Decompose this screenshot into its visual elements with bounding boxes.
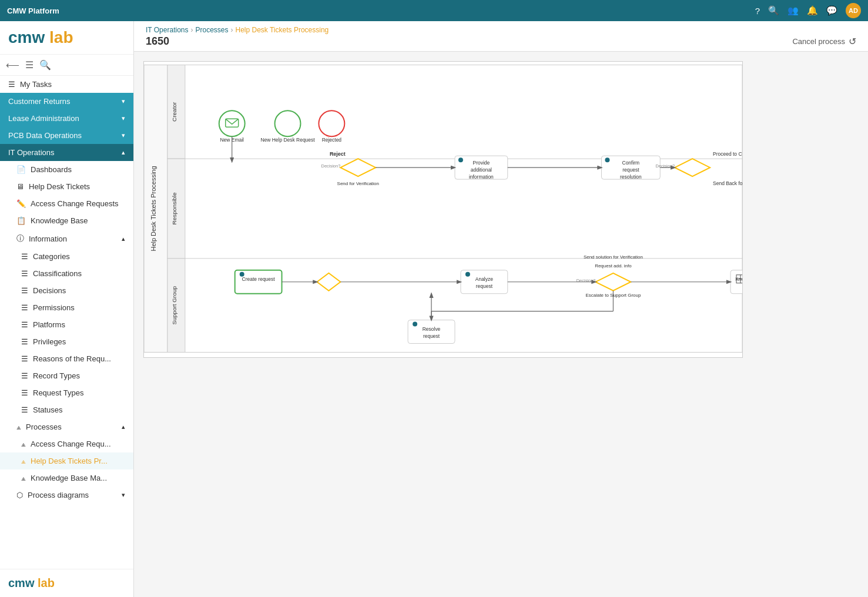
breadcrumb-processes[interactable]: Processes bbox=[195, 26, 228, 34]
main-layout: cmw lab ⟵ ☰ 🔍 ☰ My Tasks Customer Return… bbox=[0, 21, 868, 597]
footer-logo-lab: lab bbox=[38, 576, 55, 589]
topbar-title: CMW Platform bbox=[7, 6, 59, 15]
svg-rect-0 bbox=[144, 65, 742, 352]
svg-point-28 bbox=[605, 157, 609, 162]
sidebar-item-record-types[interactable]: ☰ Record Types bbox=[0, 367, 133, 384]
sidebar-item-it-operations[interactable]: IT Operations ▴ bbox=[0, 144, 133, 161]
svg-text:Provide: Provide bbox=[473, 160, 490, 166]
information-arrow: ▴ bbox=[122, 235, 125, 243]
svg-text:Request add. info: Request add. info bbox=[595, 263, 632, 269]
sidebar-item-help-desk-proc[interactable]: ⟁ Help Desk Tickets Pr... bbox=[0, 452, 133, 469]
svg-text:processing: processing bbox=[742, 283, 742, 289]
categories-icon: ☰ bbox=[21, 252, 28, 261]
process-diagrams-icon: ⬡ bbox=[16, 491, 23, 499]
access-change-proc-icon: ⟁ bbox=[21, 440, 26, 448]
svg-point-14 bbox=[275, 110, 301, 136]
chat-icon[interactable]: 💬 bbox=[826, 5, 837, 16]
sidebar-item-access-change[interactable]: ✏️ Access Change Requests bbox=[0, 195, 133, 212]
sidebar-item-permissions[interactable]: ☰ Permissions bbox=[0, 299, 133, 316]
request-types-label: Request Types bbox=[33, 388, 125, 397]
record-types-label: Record Types bbox=[33, 371, 125, 380]
reasons-label: Reasons of the Requ... bbox=[33, 354, 125, 363]
it-operations-label: IT Operations bbox=[8, 148, 117, 157]
svg-text:additional: additional bbox=[471, 167, 492, 173]
bell-icon[interactable]: 🔔 bbox=[807, 5, 818, 16]
svg-text:Decision?: Decision? bbox=[577, 278, 596, 283]
my-tasks-label: My Tasks bbox=[20, 80, 125, 89]
process-diagrams-arrow: ▾ bbox=[122, 491, 125, 499]
svg-text:Resolve: Resolve bbox=[423, 326, 441, 332]
sidebar-item-kb-ma[interactable]: ⟁ Knowledge Base Ma... bbox=[0, 469, 133, 487]
sidebar-item-platforms[interactable]: ☰ Platforms bbox=[0, 316, 133, 333]
sidebar-item-categories[interactable]: ☰ Categories bbox=[0, 248, 133, 265]
sidebar-item-decisions[interactable]: ☰ Decisions bbox=[0, 282, 133, 299]
users-icon[interactable]: 👥 bbox=[787, 5, 799, 16]
help-desk-icon: 🖥 bbox=[16, 182, 24, 191]
svg-text:Decision?: Decision? bbox=[321, 163, 341, 169]
access-change-icon: ✏️ bbox=[16, 199, 26, 208]
svg-text:Rejected: Rejected bbox=[322, 137, 342, 143]
sidebar-item-help-desk[interactable]: 🖥 Help Desk Tickets bbox=[0, 178, 133, 195]
content-header: IT Operations › Processes › Help Desk Ti… bbox=[134, 21, 868, 52]
sidebar-item-statuses[interactable]: ☰ Statuses bbox=[0, 401, 133, 418]
dashboards-label: Dashboards bbox=[31, 165, 125, 174]
information-label: Information bbox=[29, 234, 117, 243]
collapse-icon[interactable]: ⟵ bbox=[6, 59, 19, 71]
sidebar-item-privileges[interactable]: ☰ Privileges bbox=[0, 333, 133, 350]
sidebar-item-knowledge-base[interactable]: 📋 Knowledge Base bbox=[0, 212, 133, 229]
record-types-icon: ☰ bbox=[21, 371, 28, 380]
help-desk-proc-icon: ⟁ bbox=[21, 457, 26, 465]
sidebar-item-access-change-proc[interactable]: ⟁ Access Change Requ... bbox=[0, 435, 133, 452]
platforms-label: Platforms bbox=[33, 320, 125, 329]
page-title-row: 1650 Cancel process ↺ bbox=[146, 35, 856, 48]
svg-text:request: request bbox=[476, 283, 493, 289]
statuses-label: Statuses bbox=[33, 405, 125, 414]
user-avatar[interactable]: AD bbox=[846, 3, 861, 18]
cancel-process-icon: ↺ bbox=[849, 36, 856, 47]
breadcrumb-sep1: › bbox=[190, 26, 193, 34]
svg-text:Decision?: Decision? bbox=[655, 163, 675, 169]
help-desk-label: Help Desk Tickets bbox=[29, 182, 125, 191]
diagram-canvas: Help Desk Tickets Processing Creator Res… bbox=[143, 61, 743, 358]
breadcrumb-current: Help Desk Tickets Processing bbox=[236, 26, 329, 34]
svg-text:information: information bbox=[469, 174, 494, 180]
logo-lab: lab bbox=[49, 28, 73, 46]
list-icon[interactable]: ☰ bbox=[25, 59, 33, 71]
svg-text:Send Back for Analysis of Requ: Send Back for Analysis of Request bbox=[713, 180, 742, 186]
kb-ma-label: Knowledge Base Ma... bbox=[31, 474, 125, 482]
pcb-data-arrow: ▾ bbox=[122, 132, 125, 139]
sidebar-item-information[interactable]: ⓘ Information ▴ bbox=[0, 229, 133, 248]
svg-text:Reject: Reject bbox=[330, 151, 346, 157]
logo-cmw: cmw bbox=[8, 28, 45, 46]
customer-returns-arrow: ▾ bbox=[122, 98, 125, 105]
privileges-icon: ☰ bbox=[21, 337, 28, 346]
breadcrumb-it-ops[interactable]: IT Operations bbox=[146, 26, 188, 34]
tasks-icon: ☰ bbox=[8, 80, 15, 89]
search-sidebar-icon[interactable]: 🔍 bbox=[39, 59, 51, 71]
processes-label: Processes bbox=[26, 422, 117, 431]
sidebar-section-processes[interactable]: ⟁ Processes ▴ bbox=[0, 418, 133, 435]
process-diagrams-label: Process diagrams bbox=[28, 491, 117, 499]
help-icon[interactable]: ? bbox=[755, 6, 760, 16]
sidebar-item-reasons[interactable]: ☰ Reasons of the Requ... bbox=[0, 350, 133, 367]
sidebar-item-process-diagrams[interactable]: ⬡ Process diagrams ▾ bbox=[0, 487, 133, 504]
sidebar-item-lease-admin[interactable]: Lease Administration ▾ bbox=[0, 110, 133, 127]
cancel-process-button[interactable]: Cancel process ↺ bbox=[792, 36, 856, 47]
sidebar-item-my-tasks[interactable]: ☰ My Tasks bbox=[0, 76, 133, 93]
kb-ma-icon: ⟁ bbox=[21, 474, 26, 482]
sidebar-item-customer-returns[interactable]: Customer Returns ▾ bbox=[0, 93, 133, 110]
search-icon[interactable]: 🔍 bbox=[768, 5, 779, 16]
sidebar-item-classifications[interactable]: ☰ Classifications bbox=[0, 265, 133, 282]
svg-point-11 bbox=[219, 110, 245, 136]
sidebar-item-dashboards[interactable]: 📄 Dashboards bbox=[0, 161, 133, 178]
knowledge-base-icon: 📋 bbox=[16, 216, 26, 225]
lease-admin-label: Lease Administration bbox=[8, 114, 117, 123]
classifications-icon: ☰ bbox=[21, 269, 28, 278]
sidebar-item-request-types[interactable]: ☰ Request Types bbox=[0, 384, 133, 401]
sidebar-item-pcb-data[interactable]: PCB Data Operations ▾ bbox=[0, 127, 133, 144]
svg-text:Creator: Creator bbox=[171, 102, 177, 122]
decisions-label: Decisions bbox=[33, 286, 125, 295]
processes-arrow: ▴ bbox=[122, 423, 125, 431]
svg-text:Help Desk Tickets Processing: Help Desk Tickets Processing bbox=[150, 166, 157, 251]
svg-text:resolution: resolution bbox=[620, 174, 642, 180]
